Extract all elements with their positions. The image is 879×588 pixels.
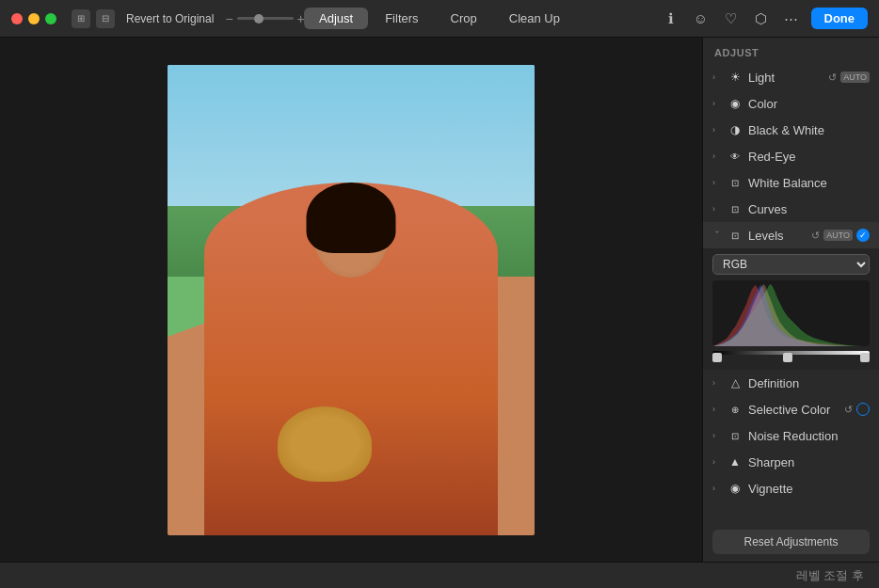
levels-auto-badge[interactable]: AUTO xyxy=(823,230,853,241)
zoom-control: − + xyxy=(225,11,304,26)
status-bar: 레벨 조절 후 xyxy=(0,562,879,588)
selective-actions: ↺ xyxy=(844,403,870,416)
selective-label: Selective Color xyxy=(748,403,839,417)
bw-icon: ◑ xyxy=(727,122,743,137)
selective-reset-icon[interactable]: ↺ xyxy=(844,404,853,416)
photo-image xyxy=(168,65,535,535)
selective-icon: ⊕ xyxy=(727,402,743,417)
curves-icon: ⊡ xyxy=(727,201,743,216)
sharpen-icon: ▲ xyxy=(727,454,743,469)
window-controls: ⊞ ⊟ xyxy=(72,9,115,28)
minimize-button[interactable] xyxy=(28,13,40,24)
adjust-item-definition[interactable]: › △ Definition xyxy=(703,370,879,396)
chevron-wb: › xyxy=(712,178,722,187)
chevron-vignette: › xyxy=(712,484,722,493)
light-auto-badge[interactable]: AUTO xyxy=(840,72,870,83)
chevron-definition: › xyxy=(712,378,722,388)
color-icon: ◉ xyxy=(727,96,743,111)
person-layer xyxy=(204,183,498,535)
adjust-item-red-eye[interactable]: › 👁 Red-Eye xyxy=(703,143,879,169)
sidebar-toggle[interactable]: ⊟ xyxy=(96,9,115,28)
histogram-svg xyxy=(712,280,870,346)
chevron-levels: › xyxy=(712,230,722,240)
zoom-thumb xyxy=(254,14,264,24)
redeye-label: Red-Eye xyxy=(748,150,870,164)
adjust-list: › ☀ Light ↺ AUTO › ◉ Color › ◑ Black & W… xyxy=(703,64,879,522)
adjust-item-levels[interactable]: › ⊡ Levels ↺ AUTO ✓ xyxy=(703,222,879,248)
adjust-item-curves[interactable]: › ⊡ Curves xyxy=(703,196,879,222)
light-reset-icon[interactable]: ↺ xyxy=(828,72,837,84)
adjust-item-white-balance[interactable]: › ⊡ White Balance xyxy=(703,169,879,196)
heart-icon[interactable]: ♡ xyxy=(721,8,742,29)
info-icon[interactable]: ℹ xyxy=(661,8,681,29)
tab-crop[interactable]: Crop xyxy=(436,8,492,29)
status-text: 레벨 조절 후 xyxy=(796,567,864,584)
hair-layer xyxy=(307,183,396,253)
levels-rgb-row: RGB Red Green Blue Luminance xyxy=(712,254,870,275)
levels-label: Levels xyxy=(748,229,806,243)
light-icon: ☀ xyxy=(727,70,743,85)
levels-mid-handle[interactable] xyxy=(783,353,792,362)
tab-adjust[interactable]: Adjust xyxy=(304,8,368,29)
levels-slider-row xyxy=(712,351,870,364)
adjust-item-vignette[interactable]: › ◉ Vignette xyxy=(703,475,879,501)
done-button[interactable]: Done xyxy=(811,8,869,29)
levels-actions: ↺ AUTO ✓ xyxy=(811,229,870,242)
toolbar-tabs: Adjust Filters Crop Clean Up xyxy=(304,8,575,29)
color-label: Color xyxy=(748,97,870,111)
levels-check-icon[interactable]: ✓ xyxy=(856,229,870,242)
photo-area xyxy=(0,38,702,562)
emoji-icon[interactable]: ☺ xyxy=(691,8,711,29)
chevron-noise: › xyxy=(712,431,722,440)
chevron-sharpen: › xyxy=(712,457,722,467)
zoom-slider[interactable] xyxy=(237,17,294,20)
chevron-light: › xyxy=(712,72,722,82)
levels-reset-icon[interactable]: ↺ xyxy=(811,230,820,242)
chevron-curves: › xyxy=(712,204,722,214)
levels-white-handle[interactable] xyxy=(860,353,870,362)
noise-label: Noise Reduction xyxy=(748,429,870,443)
reset-adjustments-button[interactable]: Reset Adjustments xyxy=(712,530,870,554)
titlebar-right: ℹ ☺ ♡ ⬡ ⋯ Done xyxy=(661,8,869,29)
levels-black-handle[interactable] xyxy=(712,353,722,362)
light-label: Light xyxy=(748,71,823,85)
right-panel: ADJUST › ☀ Light ↺ AUTO › ◉ Color › xyxy=(702,38,879,562)
redeye-icon: 👁 xyxy=(727,149,743,164)
light-actions: ↺ AUTO xyxy=(828,72,870,84)
chevron-color: › xyxy=(712,99,722,108)
more-icon[interactable]: ⋯ xyxy=(781,8,802,29)
adjust-item-noise[interactable]: › ⊡ Noise Reduction xyxy=(703,422,879,449)
histogram-container xyxy=(712,280,870,346)
titlebar: ⊞ ⊟ Revert to Original − + Adjust Filter… xyxy=(0,0,879,38)
maximize-button[interactable] xyxy=(45,13,56,24)
levels-rgb-select[interactable]: RGB Red Green Blue Luminance xyxy=(712,254,870,275)
adjust-item-sharpen[interactable]: › ▲ Sharpen xyxy=(703,449,879,475)
adjust-item-black-white[interactable]: › ◑ Black & White xyxy=(703,117,879,143)
selective-circle-btn[interactable] xyxy=(856,403,870,416)
adjust-header: ADJUST xyxy=(703,38,879,64)
definition-icon: △ xyxy=(727,375,743,390)
definition-label: Definition xyxy=(748,376,870,390)
share-icon[interactable]: ⬡ xyxy=(751,8,772,29)
close-button[interactable] xyxy=(11,13,23,24)
dog-layer xyxy=(278,406,372,482)
tab-filters[interactable]: Filters xyxy=(370,8,433,29)
traffic-lights xyxy=(11,13,56,24)
revert-to-original-button[interactable]: Revert to Original xyxy=(126,12,214,25)
levels-section: RGB Red Green Blue Luminance xyxy=(703,248,879,370)
noise-icon: ⊡ xyxy=(727,428,743,443)
layout-toggle[interactable]: ⊞ xyxy=(72,9,90,28)
chevron-selective: › xyxy=(712,405,722,414)
wb-label: White Balance xyxy=(748,176,870,190)
chevron-redeye: › xyxy=(712,151,722,161)
photo-container xyxy=(168,65,535,535)
adjust-item-selective-color[interactable]: › ⊕ Selective Color ↺ xyxy=(703,396,879,422)
levels-icon: ⊡ xyxy=(727,228,743,243)
adjust-item-color[interactable]: › ◉ Color xyxy=(703,90,879,117)
bw-label: Black & White xyxy=(748,123,870,137)
adjust-item-light[interactable]: › ☀ Light ↺ AUTO xyxy=(703,64,879,90)
tab-cleanup[interactable]: Clean Up xyxy=(494,8,575,29)
zoom-minus-button[interactable]: − xyxy=(225,11,232,26)
chevron-bw: › xyxy=(712,125,722,135)
vignette-label: Vignette xyxy=(748,482,870,496)
